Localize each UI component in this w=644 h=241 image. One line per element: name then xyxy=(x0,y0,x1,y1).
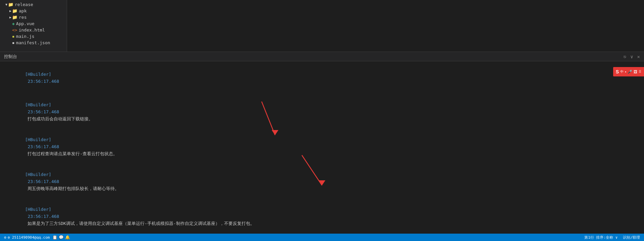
line-text: 打包成功后会自动返回下载链接。 xyxy=(25,116,93,121)
line-text: 如果是为了三方SDK调试，请使用自定义调试基座（菜单运行-手机或模拟器-制作自定… xyxy=(25,221,255,226)
chevron-icon: ▶ xyxy=(9,9,11,13)
html-file-icon: <> xyxy=(12,27,17,33)
timestamp: 23:56:17.468 xyxy=(25,109,59,114)
console-line: [HBuilder] 23:56:17.468 如果是为了三方SDK调试，请使用… xyxy=(4,199,640,234)
tree-item-label: index.html xyxy=(19,27,45,33)
tree-item-manifest[interactable]: ▪ manifest.json xyxy=(0,40,67,46)
tree-item-label: release xyxy=(15,2,33,7)
js-file-icon: ▪ xyxy=(12,34,15,39)
tree-item-apk[interactable]: ▶ 📁 apk xyxy=(0,8,67,14)
tree-item-label: App.vue xyxy=(16,21,35,26)
tree-item-label: apk xyxy=(19,8,26,13)
console-title: 控制台 xyxy=(4,54,17,60)
status-bar-right: 第1行 排序:全称 ∨ 识别/联理 xyxy=(584,235,640,240)
status-user-email: ⚙ 2511490904@qq.com xyxy=(8,235,50,240)
console-toolbar: ⎋ ∨ ✕ xyxy=(624,54,640,59)
timestamp: 23:56:17.468 xyxy=(25,144,59,149)
timestamp: 23:56:17.468 xyxy=(25,79,59,84)
vue-file-icon: ◈ xyxy=(12,21,15,26)
editor-area xyxy=(67,0,644,52)
console-line: [HBuilder] 23:56:17.468 xyxy=(4,64,640,92)
tree-item-indexhtml[interactable]: <> index.html xyxy=(0,27,67,33)
console-header: 控制台 ⎋ ∨ ✕ xyxy=(0,52,644,61)
file-tree: ▼ 📁 release ▶ 📁 apk ▶ 📁 res ◈ App.vue xyxy=(0,0,67,52)
folder-icon: 📁 xyxy=(12,15,17,20)
folder-icon: 📁 xyxy=(12,8,17,13)
line-text: 打包过程查询请点菜单发行-查看云打包状态。 xyxy=(25,151,118,156)
tree-item-label: main.js xyxy=(16,34,35,39)
console-line: [HBuilder] 23:56:17.468 打包过程查询请点菜单发行-查看云… xyxy=(4,129,640,164)
tree-item-appvue[interactable]: ◈ App.vue xyxy=(0,20,67,27)
status-bar: ⚙ ⚙ 2511490904@qq.com 📋 💬 🔔 第1行 排序:全称 ∨ … xyxy=(0,234,644,241)
csdn-label: 中 xyxy=(620,69,624,74)
hbuilder-prefix: [HBuilder] xyxy=(25,137,51,142)
json-file-icon: ▪ xyxy=(12,40,15,45)
tree-item-mainjs[interactable]: ▪ main.js xyxy=(0,33,67,40)
csdn-grid-icon: ⠿ xyxy=(639,70,641,74)
hbuilder-prefix: [HBuilder] xyxy=(25,102,51,107)
console-body[interactable]: [HBuilder] 23:56:17.468 [HBuilder] 23:56… xyxy=(0,61,644,234)
status-user: ⚙ xyxy=(4,235,6,240)
timestamp: 23:56:17.468 xyxy=(25,179,59,184)
line-text: 周五傍晚等高峰期打包排队较长，请耐心等待。 xyxy=(25,186,119,191)
csdn-mic-icon: 🎤 xyxy=(628,70,632,74)
console-line: [HBuilder] 23:56:17.468 打包成功后会自动返回下载链接。 xyxy=(4,95,640,129)
close-button[interactable]: ✕ xyxy=(637,54,640,59)
chevron-icon: ▼ xyxy=(5,3,7,6)
chevron-button[interactable]: ∨ xyxy=(630,54,633,59)
tree-item-label: res xyxy=(19,15,26,20)
csdn-img-icon: 🖼 xyxy=(634,70,637,74)
csdn-s-icon: S xyxy=(616,69,619,74)
timestamp: 23:56:17.468 xyxy=(25,214,59,219)
status-icon-2[interactable]: 💬 xyxy=(59,235,64,240)
csdn-dot: • xyxy=(625,70,626,74)
hbuilder-prefix: [HBuilder] xyxy=(25,72,51,77)
hbuilder-prefix: [HBuilder] xyxy=(25,207,51,212)
folder-icon: 📁 xyxy=(8,2,13,7)
console-panel: 控制台 ⎋ ∨ ✕ [HBuilder] 23:56:17.468 [HBuil… xyxy=(0,52,644,241)
export-button[interactable]: ⎋ xyxy=(624,54,626,59)
tree-item-label: manifest.json xyxy=(16,40,50,45)
status-icon-1[interactable]: 📋 xyxy=(52,235,57,240)
csdn-badge: S 中 • 🎤 🖼 ⠿ xyxy=(613,67,644,76)
status-line-info: 第1行 排序:全称 ∨ xyxy=(584,235,618,240)
console-line: [HBuilder] 23:56:17.468 周五傍晚等高峰期打包排队较长，请… xyxy=(4,164,640,199)
hbuilder-prefix: [HBuilder] xyxy=(25,172,51,177)
chevron-icon: ▶ xyxy=(9,15,11,19)
status-icon-3[interactable]: 🔔 xyxy=(65,235,70,240)
tree-item-res[interactable]: ▶ 📁 res xyxy=(0,14,67,20)
console-line-empty xyxy=(4,92,640,95)
status-encoding: 识别/联理 xyxy=(623,235,640,240)
tree-item-release[interactable]: ▼ 📁 release xyxy=(0,1,67,8)
